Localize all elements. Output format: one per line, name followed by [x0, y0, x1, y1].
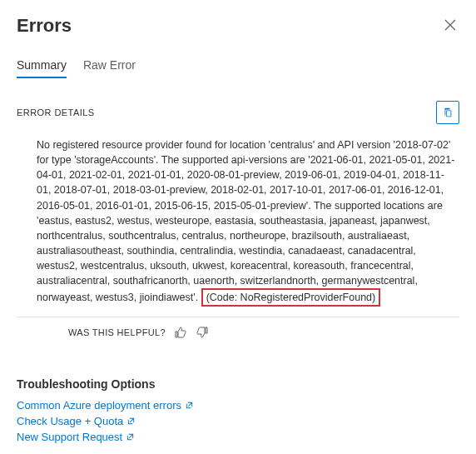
error-message-text: No registered resource provider found fo… [37, 139, 454, 303]
link-label: Check Usage + Quota [17, 415, 123, 427]
thumbs-down-icon[interactable] [196, 326, 209, 339]
close-icon [444, 19, 456, 31]
helpful-label: WAS THIS HELPFUL? [68, 327, 166, 337]
link-label: Common Azure deployment errors [17, 399, 181, 412]
copy-button[interactable] [436, 101, 459, 124]
close-button[interactable] [441, 15, 459, 37]
external-link-icon [126, 432, 135, 442]
tab-summary[interactable]: Summary [17, 53, 67, 78]
error-details-label: ERROR DETAILS [17, 107, 95, 117]
link-check-usage-quota[interactable]: Check Usage + Quota [17, 415, 459, 427]
link-new-support-request[interactable]: New Support Request [17, 431, 459, 443]
link-common-azure-deployment-errors[interactable]: Common Azure deployment errors [17, 399, 459, 412]
helpful-row: WAS THIS HELPFUL? [17, 317, 459, 339]
external-link-icon [185, 401, 194, 410]
error-code-highlight: (Code: NoRegisteredProviderFound) [201, 288, 381, 307]
error-body: No registered resource provider found fo… [17, 132, 459, 317]
link-label: New Support Request [17, 431, 122, 443]
troubleshooting-section: Troubleshooting Options Common Azure dep… [17, 377, 459, 443]
copy-icon [442, 107, 454, 118]
thumbs-up-icon[interactable] [174, 326, 187, 339]
page-title: Errors [17, 15, 72, 37]
troubleshooting-heading: Troubleshooting Options [17, 377, 459, 391]
external-link-icon [126, 417, 136, 426]
tab-raw-error[interactable]: Raw Error [83, 53, 136, 78]
tabs: Summary Raw Error [17, 53, 459, 79]
